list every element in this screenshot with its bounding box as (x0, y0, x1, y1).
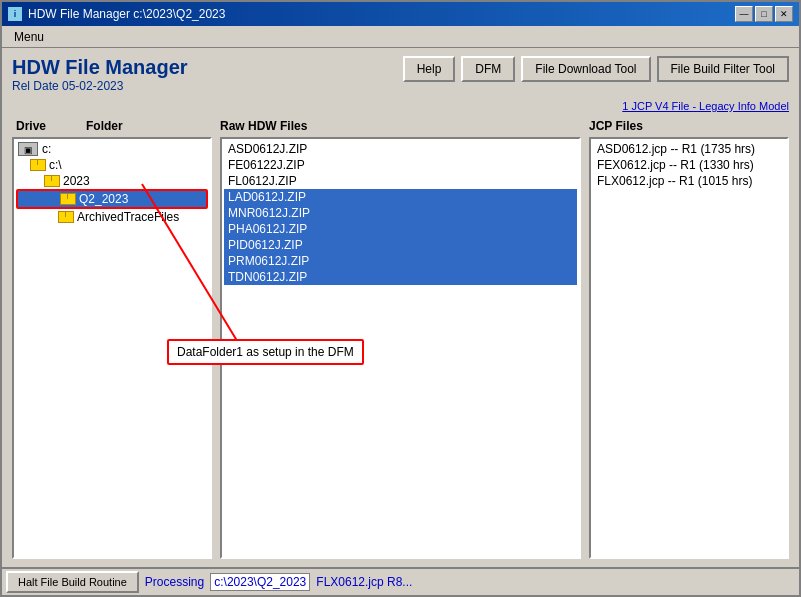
left-panel-headers: Drive Folder (12, 119, 212, 133)
header-section: HDW File Manager Rel Date 05-02-2023 Hel… (12, 56, 789, 93)
help-button[interactable]: Help (403, 56, 456, 82)
app-title: HDW File Manager (12, 56, 188, 79)
file-pha[interactable]: PHA0612J.ZIP (224, 221, 577, 237)
raw-hdw-header: Raw HDW Files (220, 119, 581, 133)
minimize-button[interactable]: — (735, 6, 753, 22)
file-area: Drive Folder ▣ c: c:\ (12, 119, 789, 559)
file-lad[interactable]: LAD0612J.ZIP (224, 189, 577, 205)
annotation-box: DataFolder1 as setup in the DFM (167, 339, 364, 365)
tree-root-label: c:\ (49, 158, 62, 172)
tree-drive-label: c: (42, 142, 51, 156)
right-panel: JCP Files ASD0612.jcp -- R1 (1735 hrs) F… (589, 119, 789, 559)
menu-bar: Menu (2, 26, 799, 48)
file-mnr[interactable]: MNR0612J.ZIP (224, 205, 577, 221)
tree-item-root[interactable]: c:\ (16, 157, 208, 173)
tree-2023-label: 2023 (63, 174, 90, 188)
window-title: HDW File Manager c:\2023\Q2_2023 (28, 7, 225, 21)
tree-q2-label: Q2_2023 (79, 192, 128, 206)
maximize-button[interactable]: □ (755, 6, 773, 22)
file-fe[interactable]: FE06122J.ZIP (224, 157, 577, 173)
tree-item-2023[interactable]: 2023 (16, 173, 208, 189)
title-bar: i HDW File Manager c:\2023\Q2_2023 — □ ✕ (2, 2, 799, 26)
processing-label: Processing (145, 575, 204, 589)
dfm-button[interactable]: DFM (461, 56, 515, 82)
file-pid[interactable]: PID0612J.ZIP (224, 237, 577, 253)
path-highlight: c:\2023\Q2_2023 (210, 573, 310, 591)
file-fl[interactable]: FL0612J.ZIP (224, 173, 577, 189)
folder-icon-2023 (44, 175, 60, 187)
tree-drive[interactable]: ▣ c: (16, 141, 208, 157)
download-tool-button[interactable]: File Download Tool (521, 56, 650, 82)
file-asd[interactable]: ASD0612J.ZIP (224, 141, 577, 157)
header-buttons: Help DFM File Download Tool File Build F… (403, 56, 789, 82)
title-bar-buttons: — □ ✕ (735, 6, 793, 22)
annotation-text: DataFolder1 as setup in the DFM (177, 345, 354, 359)
app-info: HDW File Manager Rel Date 05-02-2023 (12, 56, 188, 93)
halt-button[interactable]: Halt File Build Routine (6, 571, 139, 593)
folder-icon-archived (58, 211, 74, 223)
folder-icon-q2 (60, 193, 76, 205)
main-content: HDW File Manager Rel Date 05-02-2023 Hel… (2, 48, 799, 567)
jcp-files-box[interactable]: ASD0612.jcp -- R1 (1735 hrs) FEX0612.jcp… (589, 137, 789, 559)
jcp-flx[interactable]: FLX0612.jcp -- R1 (1015 hrs) (593, 173, 785, 189)
drive-icon: ▣ (18, 142, 38, 156)
folder-icon-root (30, 159, 46, 171)
tree-archived-label: ArchivedTraceFiles (77, 210, 179, 224)
main-window: i HDW File Manager c:\2023\Q2_2023 — □ ✕… (0, 0, 801, 597)
file-prm[interactable]: PRM0612J.ZIP (224, 253, 577, 269)
menu-item-menu[interactable]: Menu (8, 28, 50, 46)
title-bar-left: i HDW File Manager c:\2023\Q2_2023 (8, 7, 225, 21)
processing-suffix: FLX0612.jcp R8... (316, 575, 412, 589)
rel-date: Rel Date 05-02-2023 (12, 79, 188, 93)
tree-item-archived[interactable]: ArchivedTraceFiles (16, 209, 208, 225)
info-link-container: 1 JCP V4 File - Legacy Info Model (12, 99, 789, 113)
build-filter-tool-button[interactable]: File Build Filter Tool (657, 56, 789, 82)
tree-item-q2-2023[interactable]: Q2_2023 (16, 189, 208, 209)
jcp-fex[interactable]: FEX0612.jcp -- R1 (1330 hrs) (593, 157, 785, 173)
status-bar: Halt File Build Routine Processing c:\20… (2, 567, 799, 595)
info-link[interactable]: 1 JCP V4 File - Legacy Info Model (622, 100, 789, 112)
jcp-header: JCP Files (589, 119, 789, 133)
drive-header: Drive (16, 119, 46, 133)
folder-header: Folder (86, 119, 123, 133)
close-button[interactable]: ✕ (775, 6, 793, 22)
app-icon: i (8, 7, 22, 21)
file-tdn[interactable]: TDN0612J.ZIP (224, 269, 577, 285)
jcp-asd[interactable]: ASD0612.jcp -- R1 (1735 hrs) (593, 141, 785, 157)
